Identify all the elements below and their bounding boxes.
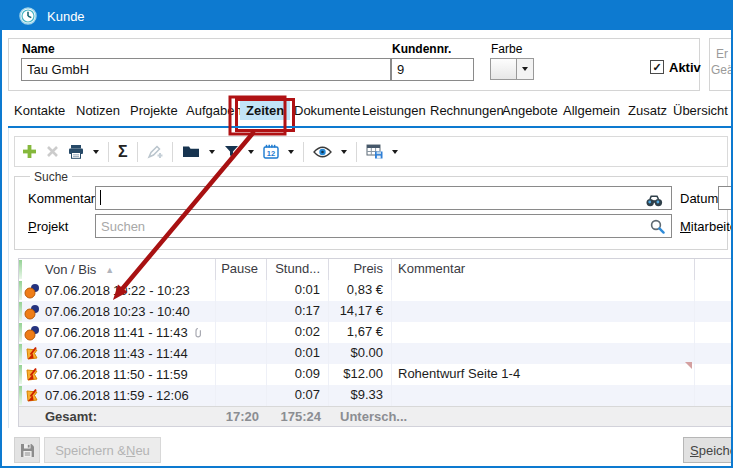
speichern-neu-button[interactable]: Speichern & Neu <box>44 437 161 463</box>
folder-dropdown[interactable] <box>209 150 215 154</box>
aktiv-checkbox[interactable]: ✓ <box>650 60 664 74</box>
floppy-icon <box>20 443 35 458</box>
toolbar-separator <box>303 142 304 162</box>
timer-icon <box>24 325 40 341</box>
dropdown-icon <box>209 150 215 154</box>
tab-projekte[interactable]: Projekte <box>130 103 178 118</box>
preis-total: Untersch... <box>329 407 392 426</box>
mitarbeiter-label: Mitarbeiter <box>680 219 732 234</box>
clock-icon <box>19 7 37 25</box>
kundennr-label: Kundennr. <box>392 42 451 56</box>
save-icon-button[interactable] <box>14 437 40 463</box>
signature-pen-icon <box>147 144 163 159</box>
gesamt-label: Gesamt: <box>41 407 216 426</box>
speichern-button[interactable]: Speichern <box>683 437 733 463</box>
calendar-icon: 12 <box>263 144 279 159</box>
dropdown-icon <box>248 150 254 154</box>
name-input[interactable] <box>21 58 391 81</box>
datum-input[interactable] <box>718 186 733 210</box>
tab-dokumente[interactable]: Dokumente <box>294 103 360 118</box>
billed-icon <box>24 346 40 362</box>
plus-icon <box>22 144 37 159</box>
column-header-von-bis[interactable]: Von / Bis▲ <box>41 259 216 280</box>
projekt-search-input[interactable] <box>95 214 672 238</box>
note-marker-icon <box>685 362 692 369</box>
column-header-pause[interactable]: Pause <box>216 259 267 280</box>
kundennr-input[interactable] <box>391 58 474 81</box>
calendar-dropdown[interactable] <box>288 150 294 154</box>
table-row[interactable]: 07.06.201811:59 - 12:06 0:07 $9.33 <box>19 385 731 406</box>
farbe-label: Farbe <box>491 42 522 56</box>
timer-icon <box>24 283 40 299</box>
add-button[interactable] <box>22 144 37 159</box>
printer-icon <box>68 144 84 159</box>
tab-aufgaben[interactable]: Aufgaben <box>186 103 242 118</box>
header-icon-column <box>19 259 41 280</box>
kommentar-search-input[interactable] <box>95 186 672 210</box>
tab-zeiten[interactable]: Zeiten <box>240 101 290 120</box>
sum-button[interactable]: Σ <box>118 143 128 161</box>
zeiten-table: Von / Bis▲ Pause Stund... Preis Kommenta… <box>18 258 731 427</box>
table-row[interactable]: 07.06.201810:22 - 10:23 0:01 0,83 € <box>19 280 731 301</box>
x-icon <box>46 145 59 158</box>
table-footer-row: Gesamt: 17:20 175:24 Untersch... <box>19 406 731 426</box>
tab-rechnungen[interactable]: Rechnungen <box>430 103 504 118</box>
tab-uebersicht[interactable]: Übersicht <box>673 103 728 118</box>
table-row[interactable]: 07.06.201811:50 - 11:59 0:09 $12.00 Rohe… <box>19 364 731 385</box>
check-icon: ✓ <box>652 61 661 74</box>
table-row[interactable]: 07.06.201811:41 - 11:43 0:02 1,67 € <box>19 322 731 343</box>
color-dropdown-button[interactable] <box>517 58 534 80</box>
tab-leistungen[interactable]: Leistungen <box>362 103 426 118</box>
tab-allgemein[interactable]: Allgemein <box>563 103 620 118</box>
dropdown-icon <box>93 150 99 154</box>
toolbar-separator <box>356 142 357 162</box>
eye-icon <box>313 146 332 158</box>
text-cursor <box>100 190 101 205</box>
toolbar-separator <box>137 142 138 162</box>
meta-panel: Er Geär <box>709 38 733 91</box>
billed-icon <box>24 367 40 383</box>
table-header-row: Von / Bis▲ Pause Stund... Preis Kommenta… <box>19 259 731 280</box>
tab-notizen[interactable]: Notizen <box>76 103 120 118</box>
folder-button[interactable] <box>182 145 200 158</box>
tab-page-border <box>8 128 9 428</box>
column-header-kommentar[interactable]: Kommentar <box>392 259 695 280</box>
created-label: Er <box>716 47 733 61</box>
title-bar: Kunde <box>2 2 731 30</box>
tab-angebote[interactable]: Angebote <box>502 103 558 118</box>
search-group-label: Suche <box>30 170 72 184</box>
dropdown-icon <box>522 67 528 71</box>
svg-text:12: 12 <box>266 149 274 158</box>
sort-asc-icon: ▲ <box>105 260 114 280</box>
signature-button[interactable] <box>147 144 163 159</box>
calendar-button[interactable]: 12 <box>263 144 279 159</box>
column-header-stunden[interactable]: Stund... <box>267 259 329 280</box>
print-dropdown[interactable] <box>93 150 99 154</box>
modified-label: Geär <box>710 63 733 77</box>
column-header-preis[interactable]: Preis <box>329 259 392 280</box>
table-save-icon <box>366 144 383 159</box>
pause-total: 17:20 <box>216 407 267 426</box>
window-title: Kunde <box>47 9 85 24</box>
filter-button[interactable] <box>224 145 239 158</box>
view-button[interactable] <box>313 146 332 158</box>
table-layout-button[interactable] <box>366 144 383 159</box>
toolbar: Σ 12 <box>14 136 728 167</box>
toolbar-separator <box>108 142 109 162</box>
view-dropdown[interactable] <box>341 150 347 154</box>
table-row[interactable]: 07.06.201811:43 - 11:44 0:01 $0.00 <box>19 343 731 364</box>
table-layout-dropdown[interactable] <box>392 150 398 154</box>
dropdown-icon <box>341 150 347 154</box>
print-button[interactable] <box>68 144 84 159</box>
name-label: Name <box>22 42 55 56</box>
dropdown-icon <box>288 150 294 154</box>
table-row[interactable]: 07.06.201810:23 - 10:40 0:17 14,17 € <box>19 301 731 322</box>
tab-zusatz[interactable]: Zusatz <box>628 103 667 118</box>
tab-kontakte[interactable]: Kontakte <box>14 103 65 118</box>
dropdown-icon <box>392 150 398 154</box>
filter-dropdown[interactable] <box>248 150 254 154</box>
kunde-window: Kunde Name Kundennr. Farbe ✓ Aktiv Er Ge… <box>0 0 733 468</box>
projekt-search-label: Projekt <box>28 219 68 234</box>
delete-button[interactable] <box>46 145 59 158</box>
color-well[interactable] <box>490 58 517 80</box>
